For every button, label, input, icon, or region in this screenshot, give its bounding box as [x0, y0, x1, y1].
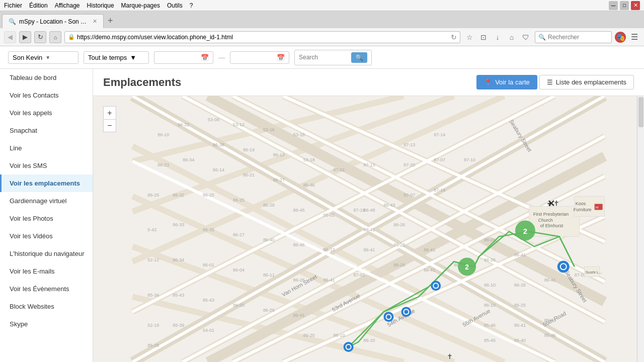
sidebar-item-skype[interactable]: Skype	[0, 315, 93, 333]
svg-text:86-26: 86-26	[484, 257, 496, 262]
scrollbar-thumb[interactable]	[638, 97, 643, 127]
svg-point-148	[404, 310, 408, 314]
topbar-search-button[interactable]: 🔍	[351, 52, 367, 63]
home-icon2[interactable]: ⌂	[506, 31, 518, 43]
svg-text:First Presbyterian: First Presbyterian	[533, 212, 569, 217]
browser-search-bar[interactable]: 🔍	[535, 31, 612, 43]
sidebar-item-line[interactable]: Line	[0, 139, 93, 157]
address-bar[interactable]: 🔒 ↻	[64, 31, 460, 43]
svg-text:87-20: 87-20	[404, 162, 415, 167]
browser-minimize[interactable]: ─	[609, 1, 618, 10]
sidebar-item-dashboard[interactable]: Tableau de bord	[0, 69, 93, 86]
menu-historique[interactable]: Historique	[87, 2, 114, 9]
shield-icon[interactable]: 🛡	[520, 31, 532, 43]
menu-marque-pages[interactable]: Marque-pages	[121, 2, 160, 9]
sidebar-item-events[interactable]: Voir les Évènements	[0, 280, 93, 298]
user-avatar[interactable]: 🎭	[615, 32, 626, 43]
sidebar-item-locations[interactable]: Voir les emplacements	[0, 174, 93, 192]
svg-text:85-39: 85-39	[173, 323, 184, 328]
svg-text:54-01: 54-01	[203, 328, 214, 333]
svg-text:86-10: 86-10	[484, 303, 496, 308]
time-selector[interactable]: Tout le temps ▼	[84, 51, 149, 64]
device-selector[interactable]: Son Kevin ▼	[8, 51, 78, 64]
calendar-from-icon[interactable]: 📅	[201, 54, 209, 61]
main-content: Tableau de bord Voir les Contacts Voir l…	[0, 69, 644, 362]
sidebar-item-videos[interactable]: Voir les Vidéos	[0, 227, 93, 245]
zoom-in-button[interactable]: +	[103, 106, 116, 119]
svg-text:86-48: 86-48	[364, 208, 375, 213]
svg-text:86-26: 86-26	[293, 278, 305, 283]
sidebar-item-snapchat[interactable]: Snapchat	[0, 122, 93, 139]
menu-affichage[interactable]: Affichage	[55, 2, 80, 9]
menu-help[interactable]: ?	[190, 2, 193, 9]
download-icon[interactable]: ↓	[492, 31, 504, 43]
view-list-label: Liste des emplacements	[556, 78, 626, 86]
svg-text:86-46: 86-46	[293, 242, 305, 247]
menu-fichier[interactable]: Fichier	[4, 2, 22, 9]
hamburger-menu[interactable]: ☰	[629, 32, 640, 42]
svg-text:53-08: 53-08	[208, 117, 219, 122]
browser-toolbar: ◀ ▶ ↻ ⌂ 🔒 ↻ ☆ ⊡ ↓ ⌂ 🛡 🔍 🎭 ☰	[0, 28, 644, 46]
menu-outils[interactable]: Outils	[167, 2, 183, 9]
svg-text:87-13: 87-13	[404, 142, 415, 147]
svg-point-156	[561, 264, 566, 269]
map-header: Emplacements 📍 Voir la carte ☰ Liste des…	[93, 69, 644, 96]
svg-text:86-41: 86-41	[544, 278, 556, 283]
date-from-input[interactable]	[158, 54, 199, 61]
sidebar-item-photos[interactable]: Voir les Photos	[0, 210, 93, 227]
map-svg: Van Horn Street 53rd Avenue 54th Avenue …	[93, 96, 644, 362]
sidebar-item-block-websites[interactable]: Block Websites	[0, 298, 93, 315]
svg-text:85-46: 85-46	[544, 333, 556, 338]
svg-text:86-26: 86-26	[393, 262, 405, 267]
calendar-to-icon[interactable]: 📅	[277, 54, 285, 61]
zoom-out-button[interactable]: −	[103, 119, 116, 132]
new-tab-button[interactable]: +	[104, 16, 117, 26]
svg-text:86-01: 86-01	[203, 262, 214, 267]
tab-favicon: 🔍	[9, 18, 16, 25]
app-topbar: Son Kevin ▼ Tout le temps ▼ 📅 — 📅 🔍	[0, 46, 644, 69]
sync-icon[interactable]: ⊡	[477, 31, 490, 43]
date-range-to[interactable]: 📅	[230, 51, 289, 64]
svg-text:86-41: 86-41	[424, 267, 435, 273]
svg-point-142	[347, 345, 351, 349]
tab-close-button[interactable]: ✕	[93, 18, 97, 25]
forward-button[interactable]: ▶	[19, 31, 31, 43]
sidebar-item-contacts[interactable]: Voir les Contacts	[0, 86, 93, 104]
sidebar-item-emails[interactable]: Voir les E-mails	[0, 262, 93, 280]
browser-search-input[interactable]	[548, 34, 608, 41]
sidebar-item-browser-history[interactable]: L'historique du navigateur	[0, 245, 93, 262]
browser-maximize[interactable]: □	[620, 1, 629, 10]
sidebar-item-geofencing[interactable]: Gardiennage virtuel	[0, 192, 93, 210]
svg-text:2: 2	[465, 263, 469, 271]
view-list-button[interactable]: ☰ Liste des emplacements	[539, 75, 634, 89]
svg-text:86-41: 86-41	[514, 252, 526, 257]
bookmark-icon[interactable]: ☆	[463, 31, 475, 43]
home-button[interactable]: ⌂	[49, 31, 61, 43]
lock-icon: 🔒	[68, 34, 75, 40]
back-button[interactable]: ◀	[4, 31, 16, 43]
date-range-from[interactable]: 📅	[154, 51, 213, 64]
svg-text:86-35: 86-35	[203, 227, 214, 232]
svg-text:86-41: 86-41	[324, 278, 335, 283]
vertical-scrollbar[interactable]	[637, 96, 644, 362]
svg-text:86-45: 86-45	[293, 208, 305, 213]
svg-text:86-41: 86-41	[424, 247, 435, 252]
reload-icon[interactable]: ↻	[451, 33, 457, 41]
menu-edition[interactable]: Édition	[29, 2, 48, 9]
map-area[interactable]: Van Horn Street 53rd Avenue 54th Avenue …	[93, 96, 644, 362]
sidebar-item-sms[interactable]: Voir les SMS	[0, 157, 93, 174]
active-tab[interactable]: 🔍 mSpy - Location - Son Kevin ✕	[2, 14, 104, 28]
view-map-button[interactable]: 📍 Voir la carte	[476, 75, 537, 89]
topbar-search-input[interactable]	[299, 54, 349, 61]
reload-button[interactable]: ↻	[34, 31, 46, 43]
sidebar-item-calls[interactable]: Voir les appels	[0, 104, 93, 122]
svg-point-145	[386, 315, 390, 319]
svg-text:86-32: 86-32	[173, 193, 184, 198]
url-input[interactable]	[77, 34, 449, 41]
svg-text:85-46: 85-46	[484, 323, 496, 328]
topbar-search[interactable]: 🔍	[294, 50, 372, 65]
svg-text:86-26: 86-26	[263, 308, 275, 313]
svg-text:53-18: 53-18	[293, 132, 305, 137]
browser-close[interactable]: ✕	[631, 1, 640, 10]
date-to-input[interactable]	[234, 54, 275, 61]
